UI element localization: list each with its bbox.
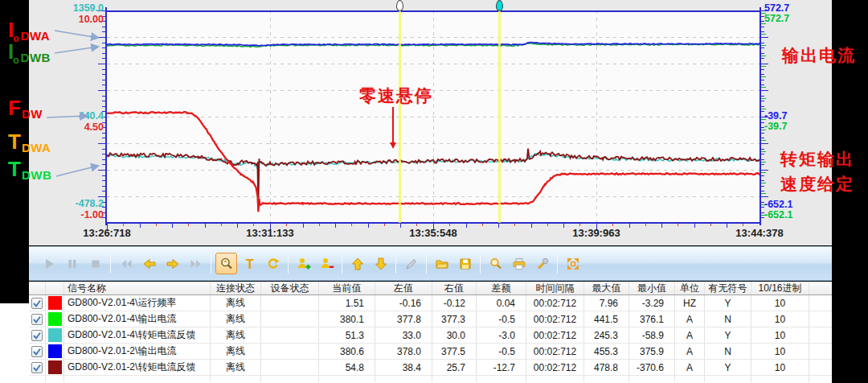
column-header[interactable]: 差额 [477,282,526,294]
cursor-marker-1[interactable] [396,0,403,11]
table-filler-row [29,376,832,382]
cell: 380.1 [319,311,375,327]
cell: 377.5 [432,344,477,359]
pause-button[interactable] [61,253,83,274]
skip-forward-button[interactable] [185,253,207,274]
toolbar-separator [395,254,396,274]
signal-table: 信号名称连接状态设备状态当前值左值右值差额时间间隔最大值最小值单位有无符号10/… [29,282,832,383]
toolbar-separator [110,254,111,274]
move-down-button[interactable] [370,253,391,274]
refresh-button[interactable] [262,253,284,274]
time-cursor-1[interactable] [399,10,401,223]
move-up-button[interactable] [346,253,368,274]
arrow-tdwb [56,166,98,176]
cell: Y [705,327,751,343]
table-row-3[interactable]: GD800-V2.01-4\转矩电流反馈离线51.333.030.0-3.000… [29,327,832,344]
table-row-4[interactable]: GD800-V2.01-2\输出电流离线380.6378.0377.5-0.50… [29,344,832,360]
row-checkbox[interactable] [31,298,43,309]
cell: HZ [675,295,705,311]
cell: 10 [751,295,809,311]
column-header[interactable]: 信号名称 [64,282,211,294]
column-header[interactable]: 右值 [432,282,477,294]
cell: 376.1 [629,311,675,327]
open-file-button[interactable] [431,253,452,274]
legend-item-f-dw: FDW [8,96,43,122]
cell: 7.96 [584,295,629,311]
cell: 25.7 [432,360,477,375]
cell: 54.8 [319,360,375,375]
cell [261,327,319,343]
series-3 [107,154,760,171]
cell: 00:02:712 [526,344,584,359]
search-button[interactable] [485,253,506,274]
toolbar-separator [288,254,289,274]
right-outer-axis-label: -652.1 [764,210,813,220]
cell: 38.4 [375,360,432,375]
cell: A [675,344,705,359]
remove-signal-button[interactable] [316,253,338,274]
column-header[interactable]: 设备状态 [261,282,319,294]
column-header[interactable]: 最小值 [629,282,675,294]
waveform-series-canvas [107,10,760,223]
cell: 33.0 [375,327,432,343]
cell: GD800-V2.01-4\转矩电流反馈 [64,327,211,343]
settings-button[interactable] [531,253,553,274]
add-signal-button[interactable] [293,253,314,274]
row-checkbox[interactable] [31,314,43,325]
series-5 [107,112,760,212]
cell: 51.3 [319,327,375,343]
cell: 380.6 [319,344,375,359]
column-header[interactable]: 有无符号 [705,282,751,294]
oscilloscope-app-window: 零速悬停 输出电流 转矩输出 速度给定 1359.0440.4-478.210.… [0,0,868,383]
column-header[interactable]: 最大值 [584,282,629,294]
table-row-5[interactable]: GD800-V2.01-2\转矩电流反馈离线54.838.425.7-12.70… [29,360,832,376]
column-header[interactable]: 当前值 [319,282,375,294]
play-button[interactable] [38,253,59,274]
cell: GD800-V2.01-2\输出电流 [64,344,211,359]
column-header[interactable]: 时间间隔 [526,282,584,294]
cell: 10 [751,327,809,343]
step-forward-button[interactable] [162,253,183,274]
cell: 10 [751,344,809,359]
column-header[interactable]: 单位 [675,282,705,294]
waveform-plot-area[interactable] [107,10,760,223]
output-current-annotation: 输出电流 [782,44,856,67]
skip-back-button[interactable] [115,253,137,274]
cell: -3.29 [629,295,675,311]
cursor-marker-2[interactable] [496,0,503,11]
main-toolbar: T [29,246,832,281]
print-button[interactable] [508,253,530,274]
cell: A [675,327,705,343]
cell: 375.9 [629,344,675,359]
step-back-button[interactable] [138,253,160,274]
cell: 1.51 [319,295,375,311]
cell: 478.8 [584,360,629,375]
table-row-2[interactable]: GD800-V2.01-4\输出电流离线380.1377.8377.3-0.50… [29,311,832,327]
zoom-tool-button[interactable] [215,253,237,274]
row-checkbox[interactable] [31,346,43,357]
series-4 [107,149,760,208]
cell: -0.16 [375,295,432,311]
time-cursor-2[interactable] [498,10,501,223]
edit-button[interactable] [400,253,422,274]
table-row-1[interactable]: GD800-V2.01-4\运行频率离线1.51-0.16-0.120.0400… [29,295,832,311]
row-checkbox[interactable] [31,330,43,341]
column-header[interactable]: 左值 [375,282,432,294]
stop-button[interactable] [84,253,106,274]
arrow-iob [55,47,98,53]
toolbar-separator [342,254,342,274]
cell: N [705,344,751,359]
row-checkbox[interactable] [31,362,43,373]
text-tool-button[interactable]: T [239,253,260,274]
chart-top-border [105,10,761,12]
cell: 离线 [211,360,261,375]
save-button[interactable] [454,253,476,274]
cell: -0.12 [432,295,477,311]
cell: A [675,360,705,375]
cell: 30.0 [432,327,477,343]
column-header[interactable]: 10/16进制 [751,282,809,294]
cell [261,344,319,359]
column-header[interactable]: 连接状态 [211,282,261,294]
cell: 245.3 [584,327,629,343]
fullscreen-button[interactable] [562,253,583,274]
